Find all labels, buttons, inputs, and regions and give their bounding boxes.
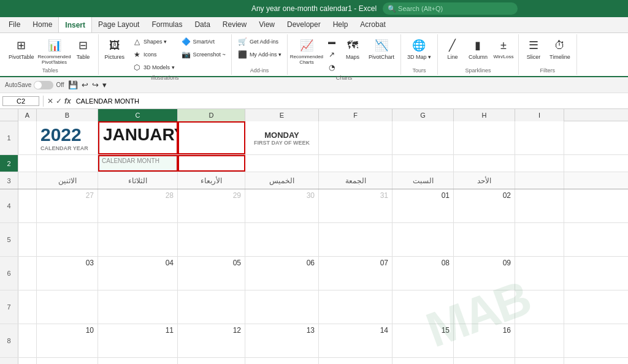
tab-home[interactable]: Home (26, 17, 58, 32)
cell-h3[interactable]: الأحد (454, 172, 515, 189)
timeline-button[interactable]: ⏱ Timeline (547, 36, 573, 61)
undo-icon[interactable]: ↩ (82, 80, 88, 89)
cell-g4[interactable]: 01 (392, 189, 454, 222)
row-num-4[interactable]: 4 (0, 189, 18, 222)
tab-help[interactable]: Help (327, 17, 354, 32)
cell-d6[interactable]: 05 (178, 257, 245, 290)
pivottable-button[interactable]: ⊞ PivotTable (6, 36, 37, 61)
chart-col-button[interactable]: ▬ (324, 36, 339, 48)
cell-c2[interactable]: CALENDAR MONTH (98, 155, 178, 172)
column-sparkline-button[interactable]: ▮ Column (466, 36, 490, 61)
cell-b9[interactable] (37, 358, 98, 364)
cell-i7[interactable] (515, 290, 564, 324)
cell-f3[interactable]: الجمعة (319, 172, 392, 189)
cell-h2[interactable] (454, 155, 515, 172)
cell-a3[interactable] (18, 172, 37, 189)
cell-a5[interactable] (18, 223, 37, 256)
cell-h5[interactable] (454, 223, 515, 256)
tab-file[interactable]: File (2, 17, 26, 32)
cell-e2[interactable] (245, 155, 319, 172)
cell-h8[interactable]: 16 (454, 324, 515, 357)
cell-d9[interactable] (178, 358, 245, 364)
cell-i9[interactable] (515, 358, 564, 364)
cell-e3[interactable]: الخميس (245, 172, 319, 189)
cell-g2[interactable] (392, 155, 454, 172)
cell-b6[interactable]: 03 (37, 257, 98, 290)
cell-c3[interactable]: الثلاثاء (98, 172, 178, 189)
table-button[interactable]: ⊟ Table (72, 36, 94, 61)
autosave-toggle[interactable] (34, 81, 53, 89)
cell-i8[interactable] (515, 324, 564, 357)
recommended-pivottables-button[interactable]: 📊 Recommended PivotTables (39, 36, 70, 66)
get-addins-button[interactable]: 🛒 Get Add-ins (236, 36, 283, 48)
cell-h4[interactable]: 02 (454, 189, 515, 222)
tab-insert[interactable]: Insert (58, 17, 92, 32)
cell-b5[interactable] (37, 223, 98, 256)
cell-d2[interactable] (178, 155, 245, 172)
row-num-7[interactable]: 7 (0, 290, 18, 324)
cell-e1[interactable]: MONDAY FIRST DAY OF WEEK (245, 121, 319, 154)
cell-g7[interactable] (392, 290, 454, 324)
tab-data[interactable]: Data (188, 17, 216, 32)
cell-c8[interactable]: 11 (98, 324, 178, 357)
cell-b2[interactable] (37, 155, 98, 172)
row-num-1[interactable]: 1 (0, 121, 18, 154)
search-bar[interactable]: 🔍 Search (Alt+Q) (383, 2, 518, 15)
cell-a8[interactable] (18, 324, 37, 357)
row-num-5[interactable]: 5 (0, 223, 18, 256)
cell-e6[interactable]: 06 (245, 257, 319, 290)
cell-f8[interactable]: 14 (319, 324, 392, 357)
cell-i6[interactable] (515, 257, 564, 290)
col-header-b[interactable]: B (37, 109, 98, 121)
col-header-f[interactable]: F (319, 109, 392, 121)
shapes-button[interactable]: △ Shapes ▾ (129, 36, 177, 48)
screenshot-button[interactable]: 📷 Screenshot ~ (179, 48, 228, 61)
icons-button[interactable]: ★ Icons (129, 48, 177, 61)
tab-review[interactable]: Review (216, 17, 253, 32)
cell-g6[interactable]: 08 (392, 257, 454, 290)
redo-icon[interactable]: ↪ (92, 80, 99, 89)
cell-a7[interactable] (18, 290, 37, 324)
slicer-button[interactable]: ☰ Slicer (523, 36, 545, 61)
col-header-d[interactable]: D (178, 109, 245, 121)
3dmap-button[interactable]: 🌐 3D Map ▾ (405, 36, 434, 61)
chart-line-button[interactable]: ↗ (324, 48, 339, 61)
cell-d8[interactable]: 12 (178, 324, 245, 357)
cell-e7[interactable] (245, 290, 319, 324)
cell-f6[interactable]: 07 (319, 257, 392, 290)
pivotchart-button[interactable]: 📉 PivotChart (366, 36, 397, 61)
maps-button[interactable]: 🗺 Maps (342, 36, 364, 61)
cell-d1[interactable] (178, 121, 245, 154)
cell-i1[interactable] (515, 121, 564, 154)
cell-g3[interactable]: السبت (392, 172, 454, 189)
col-header-h[interactable]: H (454, 109, 515, 121)
cell-d3[interactable]: الأربعاء (178, 172, 245, 189)
tab-acrobat[interactable]: Acrobat (354, 17, 391, 32)
cell-e5[interactable] (245, 223, 319, 256)
tab-developer[interactable]: Developer (281, 17, 327, 32)
cell-e4[interactable]: 30 (245, 189, 319, 222)
cell-a2[interactable] (18, 155, 37, 172)
cell-f4[interactable]: 31 (319, 189, 392, 222)
row-num-8[interactable]: 8 (0, 324, 18, 357)
cell-a6[interactable] (18, 257, 37, 290)
formula-cancel-icon[interactable]: ✕ (47, 97, 53, 105)
cell-a1[interactable] (18, 121, 37, 154)
chart-pie-button[interactable]: ◔ (324, 61, 339, 74)
cell-b3[interactable]: الاثنين (37, 172, 98, 189)
cell-b7[interactable] (37, 290, 98, 324)
tab-formulas[interactable]: Formulas (145, 17, 188, 32)
cell-e9[interactable] (245, 358, 319, 364)
save-icon[interactable]: 💾 (68, 80, 78, 89)
col-header-e[interactable]: E (245, 109, 319, 121)
cell-c6[interactable]: 04 (98, 257, 178, 290)
cell-d5[interactable] (178, 223, 245, 256)
cell-f5[interactable] (319, 223, 392, 256)
col-header-c[interactable]: C (98, 109, 178, 121)
cell-a9[interactable] (18, 358, 37, 364)
cell-f1[interactable] (319, 121, 392, 154)
smartart-button[interactable]: 🔷 SmartArt (179, 36, 228, 48)
col-header-g[interactable]: G (392, 109, 454, 121)
row-num-6[interactable]: 6 (0, 257, 18, 290)
winloss-sparkline-button[interactable]: ± Win/Loss (492, 36, 515, 61)
